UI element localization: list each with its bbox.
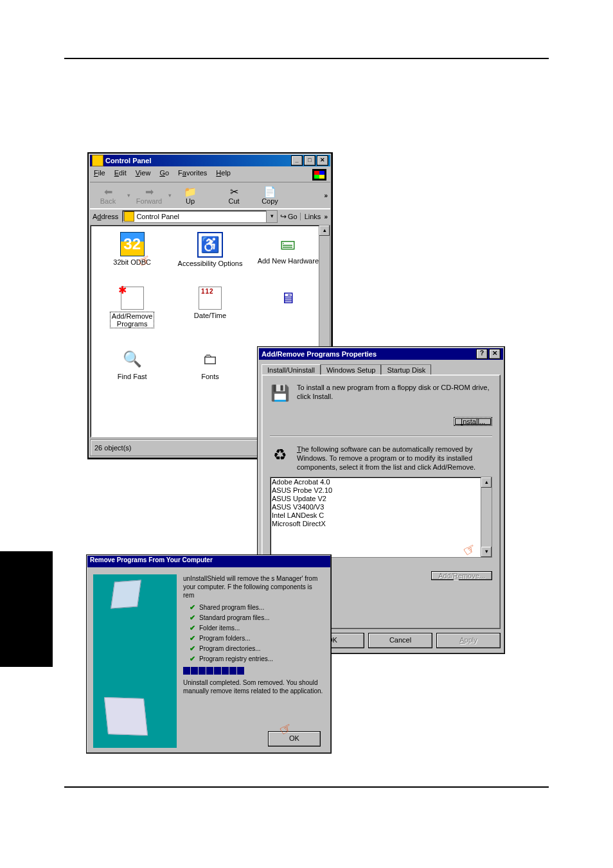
item-display[interactable]: 🖥 [249,287,327,328]
scroll-up-button[interactable]: ▴ [319,226,330,236]
progress-item: ✔Program directories... [190,644,324,653]
address-bar: Address Control Panel ▾ ↪ Go Links » [90,209,330,224]
forward-arrow-icon: ➡ [143,186,155,197]
progress-item: ✔Program registry entries... [190,655,324,663]
dialog-title: Add/Remove Programs Properties [262,350,377,358]
tab-install-uninstall[interactable]: Install/Uninstall [262,364,321,375]
minimize-button[interactable]: _ [291,155,303,166]
list-item[interactable]: ASUS Probe V2.10 [272,486,490,495]
window-title: Control Panel [105,157,152,164]
list-scrollbar[interactable]: ▴ ▾ [481,477,492,557]
item-fonts[interactable]: 🗀 Fonts [171,348,249,380]
links-overflow[interactable]: » [323,213,328,220]
back-arrow-icon: ⬅ [102,186,114,197]
item-32bit-odbc[interactable]: 32 32bit ODBC [93,232,171,267]
maximize-button[interactable]: □ [304,155,315,166]
accessibility-icon: ♿ [197,232,223,258]
control-panel-icon [92,155,103,166]
menu-view[interactable]: View [136,169,151,181]
cancel-button[interactable]: Cancel [368,633,432,648]
install-button[interactable]: Install... [454,417,492,426]
windows-flag-icon[interactable] [312,169,326,181]
add-remove-button[interactable]: Add/Remove... [431,571,492,580]
copy-icon: 📄 [263,186,276,197]
folder-up-icon: 📁 [184,186,197,197]
progress-item: ✔Folder items... [190,624,324,632]
copy-button[interactable]: 📄 Copy [252,182,288,208]
list-item[interactable]: ASUS V3400/V3 [272,503,490,511]
status-text: 26 object(s) [94,444,131,452]
uninstall-content: unInstallShield will remove the s Manage… [183,574,324,748]
remove-text: The following software can be automatica… [297,445,492,472]
programs-listbox[interactable]: Adobe Acrobat 4.0 ASUS Probe V2.10 ASUS … [270,477,492,558]
scroll-up-button[interactable]: ▴ [481,477,492,488]
fonts-icon: 🗀 [199,348,222,371]
item-add-new-hardware[interactable]: 🖴 Add New Hardware [249,232,327,267]
go-arrow-icon: ↪ [280,212,287,221]
add-remove-icon [121,287,144,310]
menu-help[interactable]: Help [216,169,231,181]
title-bar[interactable]: Control Panel _ □ ✕ [90,155,330,166]
menu-favorites[interactable]: Favorites [178,169,207,181]
progress-bar [183,667,324,675]
back-button[interactable]: ⬅ Back [90,182,126,208]
install-icon: 💾 [270,383,290,403]
close-button[interactable]: ✕ [489,349,501,359]
up-button[interactable]: 📁 Up [172,182,208,208]
address-label: Address [93,213,118,220]
help-button[interactable]: ? [476,349,488,359]
datetime-icon [199,287,222,310]
title-bar[interactable]: Remove Programs From Your Computer [87,556,330,567]
menu-edit[interactable]: Edit [114,169,127,181]
forward-button[interactable]: ➡ Forward [131,182,167,208]
hardware-icon: 🖴 [276,232,299,255]
check-icon: ✔ [190,624,195,632]
menu-bar: File Edit View Go Favorites Help [90,168,330,182]
item-accessibility-options[interactable]: ♿ Accessibility Options [171,232,249,267]
item-date-time[interactable]: Date/Time [171,287,249,328]
tab-startup-disk[interactable]: Startup Disk [381,364,431,375]
progress-item: ✔Standard program files... [190,614,324,622]
address-dropdown[interactable]: ▾ [266,211,277,222]
menu-go[interactable]: Go [159,169,169,181]
remove-programs-dialog: Remove Programs From Your Computer unIns… [86,554,332,754]
title-bar[interactable]: Add/Remove Programs Properties ? ✕ [259,348,503,360]
check-icon: ✔ [190,644,195,653]
tab-windows-setup[interactable]: Windows Setup [321,364,381,375]
dropdown-arrow-icon[interactable]: ▾ [126,182,131,208]
pointer-hand-icon: ☞ [460,540,479,561]
progress-item: ✔Program folders... [190,634,324,642]
close-button[interactable]: ✕ [317,155,328,166]
display-icon: 🖥 [276,287,299,310]
apply-button[interactable]: Apply [436,633,501,648]
list-item[interactable]: Adobe Acrobat 4.0 [272,478,490,486]
check-icon: ✔ [190,655,195,663]
toolbar: ⬅ Back ▾ ➡ Forward ▾ 📁 Up ✂ Cut 📄 Copy » [90,182,330,209]
scissors-icon: ✂ [227,186,240,197]
page-側邊黑塊 [0,551,53,667]
tab-strip: Install/Uninstall Windows Setup Startup … [262,364,501,375]
completed-text: Uninstall completed. Som removed. You sh… [183,678,324,695]
folder-icon [124,211,134,222]
find-fast-icon: 🔍 [121,348,144,371]
item-add-remove-programs[interactable]: Add/Remove Programs ☞ [93,287,171,328]
address-value: Control Panel [136,213,179,220]
list-item[interactable]: ASUS Update V2 [272,495,490,503]
list-item[interactable]: Microsoft DirectX [272,520,490,528]
go-button[interactable]: ↪ Go [280,212,298,221]
item-find-fast[interactable]: 🔍 Find Fast [93,348,171,380]
scroll-down-button[interactable]: ▾ [481,547,492,557]
recycle-icon: ♻ [270,445,290,465]
dropdown-arrow-icon[interactable]: ▾ [167,182,172,208]
check-icon: ✔ [190,614,195,622]
address-input[interactable]: Control Panel ▾ [122,210,278,223]
list-item[interactable]: Intel LANDesk C [272,511,490,520]
install-text: To install a new program from a floppy d… [297,383,492,403]
cut-button[interactable]: ✂ Cut [216,182,252,208]
menu-file[interactable]: File [94,169,105,181]
links-bar[interactable]: Links » [300,213,328,220]
dialog-title: Remove Programs From Your Computer [90,556,213,563]
check-icon: ✔ [190,634,195,642]
toolbar-overflow[interactable]: » [324,192,330,199]
check-icon: ✔ [190,603,195,612]
